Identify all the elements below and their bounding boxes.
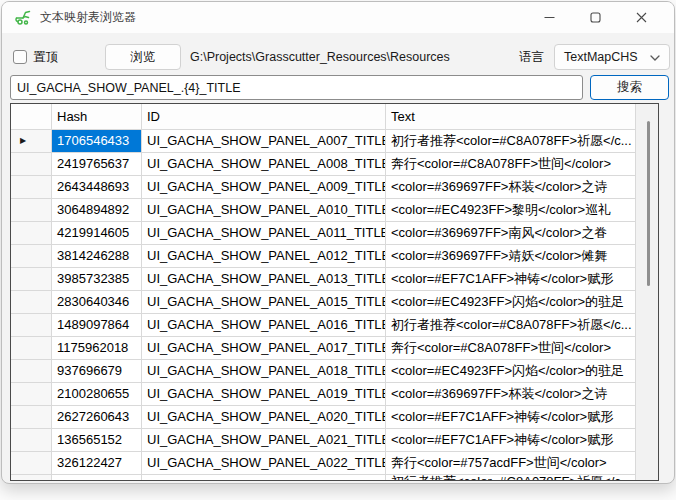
hash-cell[interactable]: 4219914605	[52, 222, 142, 245]
text-cell[interactable]: <color=#EC4923FF>闪焰</color>的驻足	[386, 360, 636, 383]
text-cell[interactable]: <color=#369697FF>靖妖</color>傩舞	[386, 245, 636, 268]
row-header[interactable]	[11, 314, 52, 337]
table-row[interactable]: 2643448693UI_GACHA_SHOW_PANEL_A009_TITLE…	[11, 176, 658, 199]
text-cell[interactable]: <color=#369697FF>杯装</color>之诗	[386, 176, 636, 199]
row-header[interactable]	[11, 291, 52, 314]
id-cell[interactable]: UI_GACHA_SHOW_PANEL_A007_TITLE	[142, 130, 386, 153]
row-header[interactable]	[11, 222, 52, 245]
text-cell[interactable]: 奔行<color=#757acdFF>世间</color>	[386, 452, 636, 475]
id-cell[interactable]: UI_GACHA_SHOW_PANEL_A020_TITLE	[142, 406, 386, 429]
hash-cell[interactable]: 2100280655	[52, 383, 142, 406]
text-cell[interactable]: 奔行<color=#C8A078FF>世间</color>	[386, 337, 636, 360]
hash-cell[interactable]: 2830640346	[52, 291, 142, 314]
title-bar: 文本映射表浏览器	[2, 2, 674, 33]
id-cell[interactable]: UI_GACHA_SHOW_PANEL_A008_TITLE	[142, 153, 386, 176]
table-row[interactable]: 3814246288UI_GACHA_SHOW_PANEL_A012_TITLE…	[11, 245, 658, 268]
id-cell[interactable]	[142, 475, 386, 480]
search-button[interactable]: 搜索	[590, 75, 669, 100]
table-row[interactable]: 326122427UI_GACHA_SHOW_PANEL_A022_TITLE奔…	[11, 452, 658, 475]
row-header[interactable]	[11, 360, 52, 383]
table-row[interactable]: 937696679UI_GACHA_SHOW_PANEL_A018_TITLE<…	[11, 360, 658, 383]
text-cell[interactable]: 初行者推荐<color=#C8A078FF>祈愿</c...	[386, 314, 636, 337]
id-cell[interactable]: UI_GACHA_SHOW_PANEL_A016_TITLE	[142, 314, 386, 337]
hash-cell[interactable]: 1489097864	[52, 314, 142, 337]
pin-checkbox[interactable]	[13, 50, 27, 64]
id-cell[interactable]: UI_GACHA_SHOW_PANEL_A018_TITLE	[142, 360, 386, 383]
row-header[interactable]	[11, 383, 52, 406]
scrollbar-thumb[interactable]	[647, 121, 650, 286]
hash-cell[interactable]: 3985732385	[52, 268, 142, 291]
text-cell[interactable]: <color=#EC4923FF>闪焰</color>的驻足	[386, 291, 636, 314]
row-header[interactable]	[11, 153, 52, 176]
hash-cell[interactable]: 1706546433	[52, 130, 142, 153]
row-header[interactable]	[11, 452, 52, 475]
id-cell[interactable]: UI_GACHA_SHOW_PANEL_A019_TITLE	[142, 383, 386, 406]
close-button[interactable]	[618, 2, 664, 33]
row-header[interactable]	[11, 268, 52, 291]
id-cell[interactable]: UI_GACHA_SHOW_PANEL_A010_TITLE	[142, 199, 386, 222]
table-row[interactable]: 2100280655UI_GACHA_SHOW_PANEL_A019_TITLE…	[11, 383, 658, 406]
hash-cell[interactable]: 1175962018	[52, 337, 142, 360]
browse-button[interactable]: 浏览	[105, 44, 181, 70]
row-header[interactable]	[11, 245, 52, 268]
maximize-button[interactable]	[572, 2, 618, 33]
table-row[interactable]: 2627260643UI_GACHA_SHOW_PANEL_A020_TITLE…	[11, 406, 658, 429]
text-cell[interactable]: 初行者推荐<color=#C8A078FF>祈愿</c...	[386, 130, 636, 153]
column-header-id[interactable]: ID	[142, 104, 386, 130]
hash-cell[interactable]: 2627260643	[52, 406, 142, 429]
hash-cell[interactable]: 326122427	[52, 452, 142, 475]
table-row[interactable]: 3064894892UI_GACHA_SHOW_PANEL_A010_TITLE…	[11, 199, 658, 222]
id-cell[interactable]: UI_GACHA_SHOW_PANEL_A013_TITLE	[142, 268, 386, 291]
text-cell[interactable]: <color=#EF7C1AFF>神铸</color>赋形	[386, 406, 636, 429]
table-row[interactable]: 1489097864UI_GACHA_SHOW_PANEL_A016_TITLE…	[11, 314, 658, 337]
row-header[interactable]	[11, 429, 52, 452]
text-cell[interactable]: <color=#EF7C1AFF>神铸</color>赋形	[386, 429, 636, 452]
hash-cell[interactable]: 2419765637	[52, 153, 142, 176]
table-row[interactable]: 4219914605UI_GACHA_SHOW_PANEL_A011_TITLE…	[11, 222, 658, 245]
row-header[interactable]: ▶	[11, 130, 52, 153]
table-row[interactable]: 3985732385UI_GACHA_SHOW_PANEL_A013_TITLE…	[11, 268, 658, 291]
text-cell[interactable]: 奔行<color=#C8A078FF>世间</color>	[386, 153, 636, 176]
language-value: TextMapCHS	[564, 50, 638, 64]
hash-cell[interactable]	[52, 475, 142, 480]
row-header[interactable]	[11, 406, 52, 429]
id-cell[interactable]: UI_GACHA_SHOW_PANEL_A015_TITLE	[142, 291, 386, 314]
text-cell[interactable]: <color=#369697FF>南风</color>之眷	[386, 222, 636, 245]
hash-cell[interactable]: 3814246288	[52, 245, 142, 268]
grid-header-row: Hash ID Text	[11, 104, 658, 130]
table-row[interactable]: 2419765637UI_GACHA_SHOW_PANEL_A008_TITLE…	[11, 153, 658, 176]
table-row[interactable]: 2830640346UI_GACHA_SHOW_PANEL_A015_TITLE…	[11, 291, 658, 314]
id-cell[interactable]: UI_GACHA_SHOW_PANEL_A009_TITLE	[142, 176, 386, 199]
table-row[interactable]: 1175962018UI_GACHA_SHOW_PANEL_A017_TITLE…	[11, 337, 658, 360]
column-header-text[interactable]: Text	[386, 104, 636, 130]
row-header[interactable]	[11, 199, 52, 222]
hash-cell[interactable]: 3064894892	[52, 199, 142, 222]
minimize-button[interactable]	[526, 2, 572, 33]
data-grid: Hash ID Text ▶1706546433UI_GACHA_SHOW_PA…	[10, 103, 659, 481]
partial-table-row[interactable]: 初行者推荐<color=#C8A078FF>祈愿</c...	[11, 475, 658, 480]
id-cell[interactable]: UI_GACHA_SHOW_PANEL_A012_TITLE	[142, 245, 386, 268]
text-cell[interactable]: <color=#EC4923FF>黎明</color>巡礼	[386, 199, 636, 222]
language-select[interactable]: TextMapCHS	[554, 44, 670, 70]
search-input[interactable]	[10, 75, 583, 100]
hash-cell[interactable]: 2643448693	[52, 176, 142, 199]
row-header[interactable]	[11, 475, 52, 480]
text-cell[interactable]: <color=#369697FF>杯装</color>之诗	[386, 383, 636, 406]
id-cell[interactable]: UI_GACHA_SHOW_PANEL_A017_TITLE	[142, 337, 386, 360]
id-cell[interactable]: UI_GACHA_SHOW_PANEL_A022_TITLE	[142, 452, 386, 475]
id-cell[interactable]: UI_GACHA_SHOW_PANEL_A011_TITLE	[142, 222, 386, 245]
hash-cell[interactable]: 136565152	[52, 429, 142, 452]
column-header-hash[interactable]: Hash	[52, 104, 142, 130]
row-header[interactable]	[11, 337, 52, 360]
text-cell[interactable]: 初行者推荐<color=#C8A078FF>祈愿</c...	[386, 475, 636, 480]
chevron-down-icon	[650, 50, 660, 64]
row-header[interactable]	[11, 176, 52, 199]
table-row[interactable]: 136565152UI_GACHA_SHOW_PANEL_A021_TITLE<…	[11, 429, 658, 452]
language-label: 语言	[519, 44, 544, 70]
id-cell[interactable]: UI_GACHA_SHOW_PANEL_A021_TITLE	[142, 429, 386, 452]
table-row[interactable]: ▶1706546433UI_GACHA_SHOW_PANEL_A007_TITL…	[11, 130, 658, 153]
text-cell[interactable]: <color=#EF7C1AFF>神铸</color>赋形	[386, 268, 636, 291]
vertical-scrollbar[interactable]	[636, 104, 658, 480]
corner-header-cell	[11, 104, 52, 130]
hash-cell[interactable]: 937696679	[52, 360, 142, 383]
